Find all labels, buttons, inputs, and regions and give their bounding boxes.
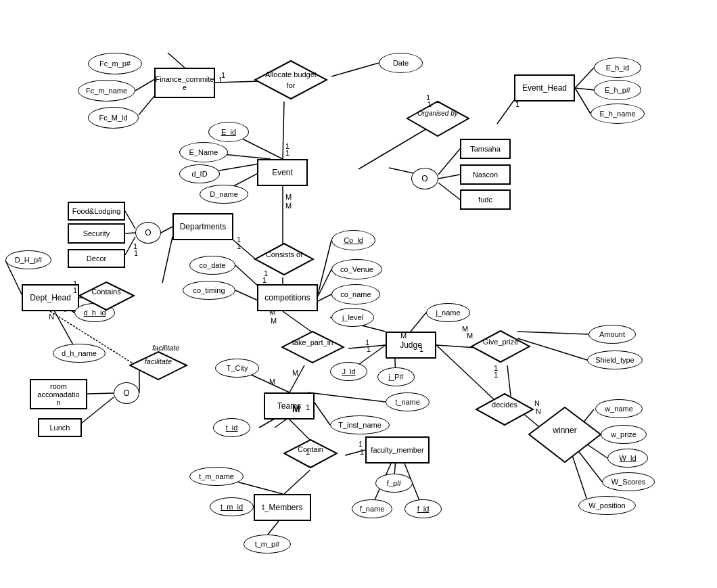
- consists-of-diamond: Consists of: [254, 242, 315, 276]
- svg-line-35: [125, 211, 135, 229]
- security-entity: Security: [68, 223, 125, 244]
- card-label-1h: 1: [134, 249, 138, 257]
- svg-text:Organised by: Organised by: [417, 110, 458, 117]
- contain-rel2-diamond: Contain: [283, 438, 338, 469]
- svg-text:Give_prize: Give_prize: [483, 338, 519, 346]
- finance-committee-entity: Finance_commite e: [154, 68, 215, 98]
- card-label-1m: 1: [306, 403, 310, 411]
- svg-line-7: [331, 63, 379, 76]
- svg-line-27: [318, 240, 331, 294]
- card-label-n2: N: [536, 407, 541, 415]
- svg-marker-109: [476, 394, 533, 425]
- card-label-1i: 1: [73, 286, 77, 294]
- e-id-attr: E_id: [208, 122, 249, 142]
- f-name-attr: f_name: [352, 499, 392, 518]
- card-label-1o: 1: [360, 448, 364, 456]
- t-inst-name-attr: T_inst_name: [330, 415, 390, 434]
- organised-by-diamond: Organised by: [406, 100, 470, 137]
- tamsaha-entity: Tamsaha: [460, 139, 511, 159]
- svg-line-34: [161, 227, 172, 233]
- svg-marker-101: [282, 332, 344, 363]
- judge-entity: Judge: [386, 332, 436, 359]
- card-label-1e: 1: [237, 242, 241, 250]
- dept-head-entity: Dept_Head: [22, 284, 79, 311]
- t-city-attr: T_City: [215, 359, 259, 378]
- svg-line-10: [575, 88, 591, 114]
- competitions-entity: competitions: [257, 284, 318, 311]
- lunch-entity: Lunch: [38, 418, 82, 437]
- svg-marker-103: [79, 282, 134, 310]
- give-prize-diamond: Give_prize: [470, 330, 531, 363]
- e-name-attr: E_Name: [179, 142, 228, 162]
- card-label-1d: 1: [515, 100, 519, 108]
- svg-line-52: [283, 311, 311, 332]
- w-scores-attr: W_Scores: [602, 472, 655, 491]
- svg-line-63: [315, 403, 330, 425]
- svg-line-17: [438, 175, 460, 179]
- card-label-1f: 1: [262, 276, 267, 284]
- t-name-attr: t_name: [386, 392, 430, 411]
- card-label-m4: M: [400, 332, 407, 340]
- svg-marker-105: [130, 352, 187, 380]
- j-p-attr: j_P#: [377, 367, 415, 386]
- amount-attr: Amount: [588, 325, 636, 344]
- card-label-1l: 1: [494, 371, 498, 379]
- j-ld-attr: J_ld: [330, 362, 367, 381]
- svg-line-38: [162, 237, 172, 283]
- t-m-id-attr: t_m_id: [210, 497, 254, 516]
- er-diagram: 1 1 1 1 M 1: [0, 0, 717, 588]
- d-h-name-attr: d_h_name: [53, 344, 106, 363]
- w-prize-attr: w_prize: [601, 425, 647, 444]
- svg-line-84: [284, 470, 310, 494]
- contains-diamond: Contains: [78, 281, 135, 311]
- svg-line-50: [87, 393, 114, 394]
- o-event-attr: O: [411, 168, 438, 189]
- allocate-budget-diamond: Allocate budgetfor: [254, 60, 328, 100]
- co-id-attr: Co_ld: [331, 230, 375, 250]
- svg-marker-99: [255, 244, 313, 275]
- facilitate-diamond: facilitate: [129, 350, 188, 381]
- card-label-m3: M: [269, 378, 275, 386]
- svg-line-8: [575, 68, 594, 88]
- e-h-p-attr: E_h_p#: [594, 80, 641, 100]
- svg-line-58: [411, 313, 426, 332]
- svg-line-5: [283, 101, 284, 159]
- svg-text:Allocate budget: Allocate budget: [265, 70, 317, 78]
- card-label-1a: 1: [218, 76, 223, 84]
- shield-type-attr: Shield_type: [587, 350, 643, 369]
- svg-line-9: [575, 88, 594, 90]
- d-name-attr: D_name: [200, 185, 248, 204]
- card-label-m: M: [285, 202, 292, 210]
- co-venue-attr: co_Venue: [331, 259, 382, 279]
- svg-text:Contains: Contains: [91, 288, 121, 296]
- card-label-1k: 1: [419, 345, 423, 353]
- w-ld-attr: W_ld: [607, 449, 648, 468]
- svg-marker-94: [255, 61, 327, 99]
- fudc-entity: fudc: [460, 189, 511, 210]
- decides-diamond: decides: [475, 392, 534, 426]
- d-h-p-attr: D_H_p#: [5, 250, 51, 269]
- svg-line-18: [438, 183, 460, 200]
- card-label-m5: M: [467, 332, 473, 340]
- svg-text:take_part_in: take_part_in: [292, 338, 333, 346]
- j-level-attr: j_level: [331, 308, 374, 327]
- svg-text:1: 1: [358, 440, 363, 448]
- svg-text:Contain: Contain: [298, 445, 323, 453]
- f-id-attr: f_id: [404, 499, 442, 518]
- room-entity: roomaccomadation: [30, 379, 87, 409]
- fc-m-name-attr: Fc_m_name: [78, 80, 135, 101]
- svg-marker-111: [284, 440, 337, 468]
- svg-line-36: [125, 233, 135, 233]
- faculty-member-entity: faculty_member: [365, 436, 430, 463]
- d-id-attr: d_ID: [179, 164, 220, 183]
- t-m-p-attr: t_m_p#: [244, 535, 291, 553]
- fc-m-id-attr: Fc_M_ld: [88, 107, 139, 129]
- co-date-attr: co_date: [189, 256, 235, 275]
- departments-entity: Departments: [172, 213, 233, 240]
- svg-line-29: [318, 294, 331, 301]
- food-lodging-entity: Food&Lodging: [68, 202, 125, 221]
- card-label-m-bold: M: [292, 403, 300, 414]
- svg-line-81: [290, 420, 310, 440]
- o-dept-attr: O: [135, 222, 161, 244]
- j-name-attr: j_name: [426, 303, 470, 322]
